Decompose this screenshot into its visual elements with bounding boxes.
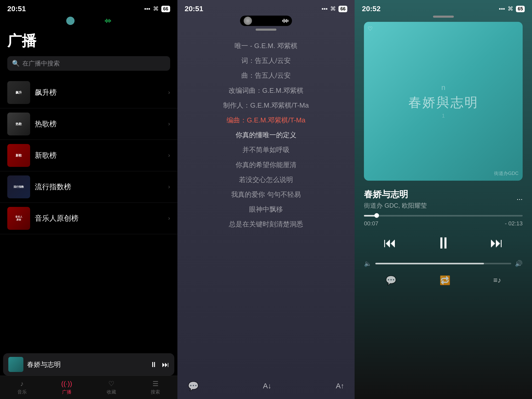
- np-more-button[interactable]: ···: [517, 195, 523, 203]
- search-tab-icon: ☰: [152, 380, 158, 388]
- album-art-container: ♡ n 春娇與志明 1 街道办GDC: [355, 22, 532, 181]
- tab-radio[interactable]: ((·)) 广播: [61, 380, 72, 395]
- chart-name-yuanchuang: 音乐人原创榜: [35, 213, 163, 223]
- np-song-title: 春娇与志明: [364, 188, 516, 200]
- signal-icon-2: ▪▪▪: [322, 5, 328, 12]
- volume-area: 🔈 🔊: [355, 260, 532, 267]
- nowplaying-info: 春娇与志明 街道办 GDC, 欧阳耀莹 ···: [355, 188, 532, 210]
- chart-item-yuanchuang[interactable]: 音乐人原创 音乐人原创榜 ›: [0, 203, 177, 234]
- radio-tab-icon: ((·)): [61, 380, 72, 388]
- lyric-line-6: 并不简单如呼吸: [188, 142, 344, 157]
- chart-arrow-xinge: ›: [168, 152, 170, 159]
- chart-name-xinge: 新歌榜: [35, 151, 163, 160]
- status-bar-1: 20:51 ▪▪▪ ⌘ 66: [0, 0, 177, 16]
- rewind-button[interactable]: ⏮: [383, 235, 396, 250]
- heart-icon: ♡: [368, 25, 373, 32]
- volume-low-icon: 🔈: [364, 260, 372, 267]
- chart-arrow-piaosheng: ›: [168, 89, 170, 96]
- lyric-line-5: 你真的懂唯一的定义: [188, 128, 344, 142]
- mini-album-art: [8, 357, 23, 372]
- search-tab-label: 搜索: [151, 389, 160, 395]
- di-wave-1: [105, 19, 111, 23]
- fastforward-button[interactable]: ⏭: [490, 235, 503, 250]
- lyric-line-10: 眼神中飘移: [188, 202, 344, 217]
- lyric-line-1: 词：告五人/云安: [188, 53, 344, 68]
- scroll-handle: [256, 29, 276, 31]
- lyric-line-3: 改编词曲：G.E.M.邓紫棋: [188, 83, 344, 98]
- lyrics-comment-button[interactable]: 💬: [188, 381, 199, 391]
- progress-track: [364, 215, 523, 217]
- mini-skip-button[interactable]: ⏭: [162, 360, 169, 369]
- chart-item-xinge[interactable]: 新歌 新歌榜 ›: [0, 140, 177, 171]
- lyric-line-2: 曲：告五人/云安: [188, 68, 344, 83]
- lyric-line-0: 唯一 - G.E.M. 邓紫棋: [188, 38, 344, 53]
- wifi-icon-2: ⌘: [330, 5, 336, 12]
- progress-area[interactable]: [355, 215, 532, 217]
- pause-button[interactable]: ⏸: [435, 234, 451, 252]
- lyrics-container: 唯一 - G.E.M. 邓紫棋 词：告五人/云安 曲：告五人/云安 改编词曲：G…: [177, 38, 355, 376]
- np-bottom-bar: 💬 🔁 ≡♪: [355, 272, 532, 291]
- album-sub-text: n: [408, 83, 478, 92]
- music-tab-label: 音乐: [17, 389, 27, 395]
- status-right-2: ▪▪▪ ⌘ 66: [322, 5, 347, 12]
- chart-item-piaosheng[interactable]: 飙升 飙升榜 ›: [0, 77, 177, 108]
- chart-arrow-yuanchuang: ›: [168, 215, 170, 222]
- chart-thumb-liuxing: 流行指数: [7, 175, 30, 198]
- search-bar[interactable]: 🔍 在广播中搜索: [7, 56, 170, 71]
- di-wave-2: [282, 19, 288, 23]
- progress-times: 00:07 - 02:13: [355, 219, 532, 228]
- tab-collect[interactable]: ♡ 收藏: [107, 380, 116, 395]
- np-repeat-button[interactable]: 🔁: [440, 275, 450, 285]
- status-time-3: 20:52: [362, 5, 381, 13]
- mini-player-controls: ⏸ ⏭: [150, 360, 169, 369]
- lyric-line-8: 若没交心怎么说明: [188, 172, 344, 187]
- battery-3: 65: [516, 6, 525, 12]
- chart-list: 飙升 飙升榜 › 热歌 热歌榜 › 新歌 新歌榜 › 流行指数 流行指数榜 ›: [0, 77, 177, 399]
- collect-tab-icon: ♡: [108, 380, 114, 388]
- chart-item-rege[interactable]: 热歌 热歌榜 ›: [0, 108, 177, 140]
- radio-tab-label: 广播: [62, 389, 71, 395]
- album-art-title: 春娇與志明: [408, 94, 478, 111]
- dynamic-island-1[interactable]: [63, 16, 115, 26]
- lyrics-bottom-bar: 💬 A↓ A↑: [177, 376, 355, 399]
- signal-icon-1: ▪▪▪: [144, 5, 150, 12]
- time-elapsed: 00:07: [364, 220, 378, 227]
- mini-player[interactable]: 春娇与志明 ⏸ ⏭: [3, 353, 174, 376]
- dynamic-island-2[interactable]: [240, 16, 292, 26]
- np-playlist-button[interactable]: ≡♪: [493, 276, 501, 284]
- search-placeholder: 在广播中搜索: [22, 59, 60, 68]
- battery-1: 66: [161, 6, 170, 12]
- tab-bar: ♪ 音乐 ((·)) 广播 ♡ 收藏 ☰ 搜索: [0, 376, 177, 399]
- music-tab-icon: ♪: [20, 380, 24, 388]
- mini-pause-button[interactable]: ⏸: [150, 360, 157, 369]
- album-logo: 街道办GDC: [494, 170, 518, 176]
- lyrics-font-up-button[interactable]: A↑: [336, 382, 344, 390]
- volume-track[interactable]: [375, 263, 511, 264]
- lyrics-font-down-button[interactable]: A↓: [263, 382, 271, 390]
- album-art-num: 1: [408, 113, 478, 119]
- tab-music[interactable]: ♪ 音乐: [17, 380, 27, 395]
- album-art: ♡ n 春娇與志明 1 街道办GDC: [364, 22, 523, 181]
- chart-thumb-piaosheng: 飙升: [7, 81, 30, 104]
- chart-name-piaosheng: 飙升榜: [35, 88, 163, 97]
- chart-thumb-xinge: 新歌: [7, 144, 30, 167]
- chart-thumb-rege: 热歌: [7, 113, 30, 135]
- status-right-1: ▪▪▪ ⌘ 66: [144, 5, 170, 12]
- nowplaying-scroll-handle: [433, 16, 454, 18]
- di-avatar-1: [66, 17, 75, 25]
- chart-name-rege: 热歌榜: [35, 119, 163, 129]
- chart-arrow-liuxing: ›: [168, 184, 170, 190]
- lyric-line-11: 总是在关键时刻清楚洞悉: [188, 217, 344, 232]
- lyrics-panel: 20:51 ▪▪▪ ⌘ 66 唯一 - G.E.M. 邓紫棋 词：告五人/云安 …: [177, 0, 355, 399]
- tab-search[interactable]: ☰ 搜索: [151, 380, 160, 395]
- lyric-line-9: 我真的爱你 句句不轻易: [188, 187, 344, 202]
- mini-song-title: 春娇与志明: [27, 360, 146, 369]
- volume-fill: [375, 263, 484, 264]
- playback-controls: ⏮ ⏸ ⏭: [355, 234, 532, 252]
- progress-thumb: [374, 213, 379, 218]
- np-comment-button[interactable]: 💬: [385, 275, 396, 285]
- signal-icon-3: ▪▪▪: [499, 5, 505, 12]
- chart-item-liuxing[interactable]: 流行指数 流行指数榜 ›: [0, 171, 177, 203]
- time-total: - 02:13: [505, 220, 523, 227]
- lyric-line-4: 制作人：G.E.M.邓紫棋/T-Ma: [188, 98, 344, 113]
